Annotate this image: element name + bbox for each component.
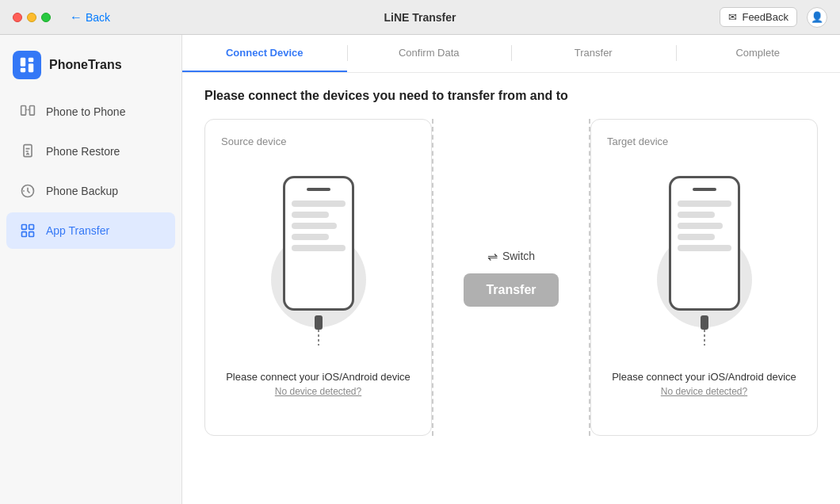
transfer-button[interactable]: Transfer <box>464 273 558 307</box>
window-title: LiNE Transfer <box>384 11 456 24</box>
source-phone-line-3 <box>292 223 338 229</box>
source-no-device-link[interactable]: No device detected? <box>275 386 361 397</box>
svg-rect-0 <box>21 58 25 67</box>
user-icon: 👤 <box>811 11 823 23</box>
dashed-left-border <box>432 119 433 436</box>
target-phone-line-3 <box>678 223 724 229</box>
target-phone-line-1 <box>678 200 731 207</box>
step-complete[interactable]: Complete <box>676 35 841 72</box>
sidebar-item-phone-restore[interactable]: Phone Restore <box>6 133 175 170</box>
svg-rect-11 <box>29 232 34 237</box>
step-confirm-data[interactable]: Confirm Data <box>347 35 512 72</box>
step-transfer-label: Transfer <box>575 47 613 59</box>
source-device-label: Source device <box>221 136 286 147</box>
step-complete-label: Complete <box>735 47 780 59</box>
traffic-lights <box>13 13 51 22</box>
back-button[interactable]: ← Back <box>70 10 110 25</box>
steps-bar: Connect Device Confirm Data Transfer Com… <box>182 35 840 73</box>
page-heading: Please connect the devices you need to t… <box>204 89 818 103</box>
source-cable-dots <box>318 330 319 346</box>
target-phone-line-4 <box>678 234 716 240</box>
close-button[interactable] <box>13 13 22 22</box>
sidebar: PhoneTrans Phone to Phone Phone Rest <box>0 35 182 504</box>
svg-rect-5 <box>30 106 35 116</box>
sidebar-label-phone-backup: Phone Backup <box>46 185 118 197</box>
cards-wrapper: Source device <box>204 119 818 436</box>
source-phone-line-1 <box>292 200 346 207</box>
feedback-label: FeedBack <box>742 11 788 23</box>
phone-backup-icon <box>19 182 36 200</box>
target-device-card: Target device <box>590 119 818 436</box>
minimize-button[interactable] <box>27 13 36 22</box>
back-label: Back <box>86 11 110 24</box>
sidebar-label-phone-to-phone: Phone to Phone <box>46 105 125 118</box>
title-bar-left: ← Back <box>13 10 110 25</box>
title-bar: ← Back LiNE Transfer ✉ FeedBack 👤 <box>0 0 840 35</box>
app-transfer-icon <box>19 222 36 239</box>
phone-restore-icon <box>19 143 36 160</box>
target-phone-notch <box>693 188 716 191</box>
svg-rect-1 <box>21 68 25 73</box>
title-bar-right: ✉ FeedBack 👤 <box>720 7 827 28</box>
feedback-button[interactable]: ✉ FeedBack <box>720 7 797 27</box>
sidebar-item-phone-to-phone[interactable]: Phone to Phone <box>6 94 175 130</box>
step-connect-device[interactable]: Connect Device <box>182 35 347 72</box>
switch-button[interactable]: ⇌ Switch <box>487 249 535 264</box>
mail-icon: ✉ <box>728 11 737 23</box>
page-content: Please connect the devices you need to t… <box>182 73 840 504</box>
switch-icon: ⇌ <box>487 249 498 264</box>
back-arrow-icon: ← <box>70 10 82 25</box>
user-account-button[interactable]: 👤 <box>807 7 827 28</box>
source-connect-text: Please connect your iOS/Android device <box>226 371 410 383</box>
source-phone-notch <box>307 188 330 191</box>
source-device-card: Source device <box>204 119 432 436</box>
source-phone-line-2 <box>292 212 330 218</box>
target-device-label: Target device <box>607 136 668 147</box>
source-phone-frame <box>283 176 354 311</box>
step-transfer[interactable]: Transfer <box>511 35 676 72</box>
app-logo-icon <box>18 56 36 74</box>
target-connect-text: Please connect your iOS/Android device <box>612 371 796 383</box>
content-area: Connect Device Confirm Data Transfer Com… <box>182 35 840 504</box>
maximize-button[interactable] <box>41 13 51 22</box>
target-phone-line-5 <box>678 245 731 251</box>
svg-rect-8 <box>22 225 27 230</box>
target-phone-connector <box>701 315 708 330</box>
svg-rect-10 <box>22 232 27 237</box>
step-confirm-data-label: Confirm Data <box>399 47 460 59</box>
target-cable-dots <box>704 330 705 346</box>
target-phone-line-2 <box>678 212 716 218</box>
sidebar-label-phone-restore: Phone Restore <box>46 145 120 158</box>
app-name-label: PhoneTrans <box>49 58 122 72</box>
main-layout: PhoneTrans Phone to Phone Phone Rest <box>0 35 840 504</box>
source-phone-graphic <box>283 176 354 346</box>
target-phone-graphic <box>669 176 740 346</box>
app-brand: PhoneTrans <box>0 44 181 92</box>
target-phone-frame <box>669 176 740 311</box>
sidebar-item-phone-backup[interactable]: Phone Backup <box>6 173 175 209</box>
svg-rect-4 <box>21 106 26 116</box>
svg-rect-2 <box>29 58 33 63</box>
svg-rect-3 <box>29 63 33 72</box>
app-icon <box>13 51 41 79</box>
switch-label: Switch <box>502 250 535 262</box>
phone-to-phone-icon <box>19 103 36 120</box>
target-no-device-link[interactable]: No device detected? <box>661 386 747 397</box>
sidebar-label-app-transfer: App Transfer <box>46 224 109 237</box>
step-connect-device-label: Connect Device <box>226 47 304 59</box>
source-phone-line-5 <box>292 245 346 251</box>
source-phone-line-4 <box>292 234 330 240</box>
svg-rect-9 <box>29 225 34 230</box>
switch-middle-area: ⇌ Switch Transfer <box>432 119 590 436</box>
source-phone-connector <box>315 315 323 330</box>
sidebar-item-app-transfer[interactable]: App Transfer <box>6 212 175 249</box>
